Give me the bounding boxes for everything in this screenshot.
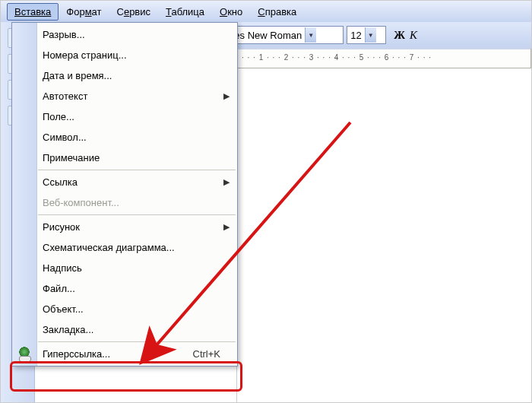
- chevron-down-icon: ▼: [365, 27, 376, 43]
- font-size-value: 12: [350, 30, 361, 41]
- menu-service[interactable]: Сервис: [109, 3, 159, 21]
- submenu-arrow-icon: ▶: [223, 222, 230, 232]
- italic-button[interactable]: К: [410, 29, 417, 42]
- menu-item-page-numbers[interactable]: Номера страниц...: [12, 45, 237, 65]
- submenu-arrow-icon: ▶: [223, 177, 230, 187]
- menu-item-textbox[interactable]: Надпись: [12, 258, 237, 278]
- horizontal-ruler[interactable]: · · · 1 · · · 2 · · · 3 · · · 4 · · · 5 …: [236, 48, 531, 68]
- menu-window[interactable]: Окно: [212, 3, 250, 21]
- menu-item-file[interactable]: Файл...: [12, 278, 237, 299]
- menu-item-hyperlink[interactable]: Гиперссылка... Ctrl+K: [12, 344, 237, 364]
- menu-item-picture[interactable]: Рисунок▶: [12, 217, 237, 237]
- menu-insert[interactable]: Вставка: [7, 3, 59, 21]
- menu-help[interactable]: Справка: [250, 3, 304, 21]
- menu-item-comment[interactable]: Примечание: [12, 148, 237, 168]
- hyperlink-icon: [17, 347, 32, 362]
- menu-item-date-time[interactable]: Дата и время...: [12, 65, 237, 86]
- chevron-down-icon: ▼: [305, 27, 316, 43]
- shortcut-label: Ctrl+K: [193, 348, 220, 360]
- menu-bar: Вставка Формат Сервис Таблица Окно Справ…: [1, 1, 531, 23]
- submenu-arrow-icon: ▶: [223, 91, 230, 101]
- document-area[interactable]: [236, 69, 531, 402]
- menu-format[interactable]: Формат: [59, 3, 109, 21]
- menu-item-field[interactable]: Поле...: [12, 106, 237, 127]
- bold-button[interactable]: Ж: [394, 29, 405, 42]
- font-size-combo[interactable]: 12 ▼: [347, 26, 386, 44]
- menu-item-diagram[interactable]: Схематическая диаграмма...: [12, 237, 237, 258]
- app-window: Вставка Формат Сервис Таблица Окно Справ…: [0, 0, 532, 403]
- ruler-ticks: · · · 1 · · · 2 · · · 3 · · · 4 · · · 5 …: [242, 53, 432, 62]
- menu-item-autotext[interactable]: Автотекст▶: [12, 86, 237, 106]
- menu-separator: [38, 214, 236, 215]
- font-controls: Times New Roman ▼ 12 ▼ Ж К: [214, 26, 417, 44]
- menu-table[interactable]: Таблица: [158, 3, 212, 21]
- menu-item-bookmark[interactable]: Закладка...: [12, 319, 237, 340]
- insert-menu-dropdown: Разрыв... Номера страниц... Дата и время…: [11, 22, 238, 367]
- menu-item-web-component: Веб-компонент...: [12, 192, 237, 213]
- menu-separator: [38, 341, 236, 342]
- menu-item-break[interactable]: Разрыв...: [12, 24, 237, 45]
- menu-item-symbol[interactable]: Символ...: [12, 127, 237, 148]
- menu-item-object[interactable]: Объект...: [12, 299, 237, 319]
- menu-item-reference[interactable]: Ссылка▶: [12, 172, 237, 192]
- menu-separator: [38, 170, 236, 170]
